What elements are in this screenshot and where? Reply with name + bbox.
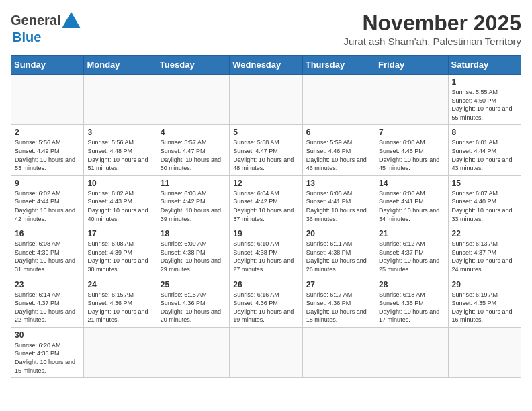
day-cell: 17Sunrise: 6:08 AM Sunset: 4:39 PM Dayli… bbox=[84, 226, 157, 277]
day-info: Sunrise: 6:15 AM Sunset: 4:36 PM Dayligh… bbox=[161, 291, 226, 324]
day-cell: 9Sunrise: 6:02 AM Sunset: 4:44 PM Daylig… bbox=[11, 175, 84, 226]
day-cell: 7Sunrise: 6:00 AM Sunset: 4:45 PM Daylig… bbox=[375, 125, 448, 175]
day-info: Sunrise: 5:55 AM Sunset: 4:50 PM Dayligh… bbox=[452, 88, 517, 122]
day-info: Sunrise: 6:20 AM Sunset: 4:35 PM Dayligh… bbox=[15, 341, 80, 375]
day-cell: 26Sunrise: 6:16 AM Sunset: 4:36 PM Dayli… bbox=[230, 277, 302, 327]
day-cell bbox=[448, 327, 521, 377]
day-number: 8 bbox=[452, 128, 517, 137]
day-cell: 6Sunrise: 5:59 AM Sunset: 4:46 PM Daylig… bbox=[302, 125, 375, 175]
day-number: 5 bbox=[233, 128, 298, 137]
day-info: Sunrise: 5:56 AM Sunset: 4:48 PM Dayligh… bbox=[87, 138, 152, 172]
day-number: 20 bbox=[306, 229, 371, 238]
day-info: Sunrise: 6:13 AM Sunset: 4:37 PM Dayligh… bbox=[452, 240, 517, 273]
day-cell: 10Sunrise: 6:02 AM Sunset: 4:43 PM Dayli… bbox=[84, 175, 157, 226]
day-cell bbox=[230, 327, 302, 377]
day-info: Sunrise: 6:01 AM Sunset: 4:44 PM Dayligh… bbox=[452, 138, 517, 172]
day-cell: 8Sunrise: 6:01 AM Sunset: 4:44 PM Daylig… bbox=[448, 125, 521, 175]
logo: General Blue bbox=[11, 11, 81, 44]
day-cell bbox=[11, 75, 84, 125]
day-cell bbox=[302, 327, 375, 377]
week-row-4: 16Sunrise: 6:08 AM Sunset: 4:39 PM Dayli… bbox=[11, 226, 521, 277]
day-info: Sunrise: 6:16 AM Sunset: 4:36 PM Dayligh… bbox=[233, 291, 298, 324]
day-number: 14 bbox=[379, 179, 444, 188]
day-cell: 12Sunrise: 6:04 AM Sunset: 4:42 PM Dayli… bbox=[230, 175, 302, 226]
day-cell bbox=[230, 75, 302, 125]
day-cell: 22Sunrise: 6:13 AM Sunset: 4:37 PM Dayli… bbox=[448, 226, 521, 277]
day-cell: 5Sunrise: 5:58 AM Sunset: 4:47 PM Daylig… bbox=[230, 125, 302, 175]
title-area: November 2025 Jurat ash Sham'ah, Palesti… bbox=[344, 11, 521, 47]
day-info: Sunrise: 6:03 AM Sunset: 4:42 PM Dayligh… bbox=[161, 189, 226, 223]
weekday-header-tuesday: Tuesday bbox=[157, 56, 229, 75]
day-number: 4 bbox=[161, 128, 226, 137]
day-cell: 30Sunrise: 6:20 AM Sunset: 4:35 PM Dayli… bbox=[11, 327, 84, 377]
day-cell: 21Sunrise: 6:12 AM Sunset: 4:37 PM Dayli… bbox=[375, 226, 448, 277]
day-cell bbox=[302, 75, 375, 125]
week-row-1: 1Sunrise: 5:55 AM Sunset: 4:50 PM Daylig… bbox=[11, 75, 521, 125]
day-cell bbox=[84, 327, 157, 377]
day-info: Sunrise: 6:11 AM Sunset: 4:38 PM Dayligh… bbox=[306, 240, 371, 273]
day-number: 28 bbox=[379, 280, 444, 289]
day-number: 16 bbox=[15, 229, 80, 238]
day-number: 17 bbox=[87, 229, 152, 238]
day-cell: 29Sunrise: 6:19 AM Sunset: 4:35 PM Dayli… bbox=[448, 277, 521, 327]
day-cell: 13Sunrise: 6:05 AM Sunset: 4:41 PM Dayli… bbox=[302, 175, 375, 226]
calendar-title: November 2025 bbox=[344, 11, 521, 36]
day-info: Sunrise: 6:19 AM Sunset: 4:35 PM Dayligh… bbox=[452, 291, 517, 324]
weekday-header-saturday: Saturday bbox=[448, 56, 521, 75]
week-row-3: 9Sunrise: 6:02 AM Sunset: 4:44 PM Daylig… bbox=[11, 175, 521, 226]
page-header: General Blue November 2025 Jurat ash Sha… bbox=[11, 11, 521, 47]
day-number: 21 bbox=[379, 229, 444, 238]
day-info: Sunrise: 5:57 AM Sunset: 4:47 PM Dayligh… bbox=[161, 138, 226, 172]
day-info: Sunrise: 6:08 AM Sunset: 4:39 PM Dayligh… bbox=[15, 240, 80, 273]
calendar-table: SundayMondayTuesdayWednesdayThursdayFrid… bbox=[11, 55, 521, 378]
day-number: 22 bbox=[452, 229, 517, 238]
day-info: Sunrise: 6:08 AM Sunset: 4:39 PM Dayligh… bbox=[87, 240, 152, 273]
logo-blue: Blue bbox=[12, 30, 41, 44]
day-info: Sunrise: 6:15 AM Sunset: 4:36 PM Dayligh… bbox=[87, 291, 152, 324]
day-cell: 1Sunrise: 5:55 AM Sunset: 4:50 PM Daylig… bbox=[448, 75, 521, 125]
day-number: 13 bbox=[306, 179, 371, 188]
day-info: Sunrise: 5:58 AM Sunset: 4:47 PM Dayligh… bbox=[233, 138, 298, 172]
day-number: 26 bbox=[233, 280, 298, 289]
day-number: 23 bbox=[15, 280, 80, 289]
day-info: Sunrise: 6:07 AM Sunset: 4:40 PM Dayligh… bbox=[452, 189, 517, 223]
day-cell: 3Sunrise: 5:56 AM Sunset: 4:48 PM Daylig… bbox=[84, 125, 157, 175]
day-number: 24 bbox=[87, 280, 152, 289]
day-info: Sunrise: 6:12 AM Sunset: 4:37 PM Dayligh… bbox=[379, 240, 444, 273]
day-cell: 4Sunrise: 5:57 AM Sunset: 4:47 PM Daylig… bbox=[157, 125, 229, 175]
day-info: Sunrise: 6:09 AM Sunset: 4:38 PM Dayligh… bbox=[161, 240, 226, 273]
weekday-header-friday: Friday bbox=[375, 56, 448, 75]
logo-general: General bbox=[11, 13, 60, 28]
day-info: Sunrise: 6:17 AM Sunset: 4:36 PM Dayligh… bbox=[306, 291, 371, 324]
weekday-header-monday: Monday bbox=[84, 56, 157, 75]
day-cell bbox=[375, 75, 448, 125]
day-cell bbox=[157, 75, 229, 125]
weekday-header-thursday: Thursday bbox=[302, 56, 375, 75]
day-info: Sunrise: 6:05 AM Sunset: 4:41 PM Dayligh… bbox=[306, 189, 371, 223]
day-cell: 18Sunrise: 6:09 AM Sunset: 4:38 PM Dayli… bbox=[157, 226, 229, 277]
day-cell: 2Sunrise: 5:56 AM Sunset: 4:49 PM Daylig… bbox=[11, 125, 84, 175]
day-info: Sunrise: 6:14 AM Sunset: 4:37 PM Dayligh… bbox=[15, 291, 80, 324]
day-info: Sunrise: 5:56 AM Sunset: 4:49 PM Dayligh… bbox=[15, 138, 80, 172]
day-info: Sunrise: 6:18 AM Sunset: 4:35 PM Dayligh… bbox=[379, 291, 444, 324]
day-number: 12 bbox=[233, 179, 298, 188]
day-number: 11 bbox=[161, 179, 226, 188]
day-number: 30 bbox=[15, 330, 80, 340]
day-number: 15 bbox=[452, 179, 517, 188]
day-number: 3 bbox=[87, 128, 152, 137]
day-cell: 20Sunrise: 6:11 AM Sunset: 4:38 PM Dayli… bbox=[302, 226, 375, 277]
day-cell bbox=[375, 327, 448, 377]
day-cell: 11Sunrise: 6:03 AM Sunset: 4:42 PM Dayli… bbox=[157, 175, 229, 226]
day-info: Sunrise: 6:06 AM Sunset: 4:41 PM Dayligh… bbox=[379, 189, 444, 223]
day-cell: 15Sunrise: 6:07 AM Sunset: 4:40 PM Dayli… bbox=[448, 175, 521, 226]
weekday-header-sunday: Sunday bbox=[11, 56, 84, 75]
day-info: Sunrise: 6:04 AM Sunset: 4:42 PM Dayligh… bbox=[233, 189, 298, 223]
day-cell: 16Sunrise: 6:08 AM Sunset: 4:39 PM Dayli… bbox=[11, 226, 84, 277]
day-cell bbox=[84, 75, 157, 125]
day-cell: 24Sunrise: 6:15 AM Sunset: 4:36 PM Dayli… bbox=[84, 277, 157, 327]
day-number: 2 bbox=[15, 128, 80, 137]
day-cell: 25Sunrise: 6:15 AM Sunset: 4:36 PM Dayli… bbox=[157, 277, 229, 327]
weekday-header-row: SundayMondayTuesdayWednesdayThursdayFrid… bbox=[11, 56, 521, 75]
day-cell: 27Sunrise: 6:17 AM Sunset: 4:36 PM Dayli… bbox=[302, 277, 375, 327]
day-cell: 19Sunrise: 6:10 AM Sunset: 4:38 PM Dayli… bbox=[230, 226, 302, 277]
